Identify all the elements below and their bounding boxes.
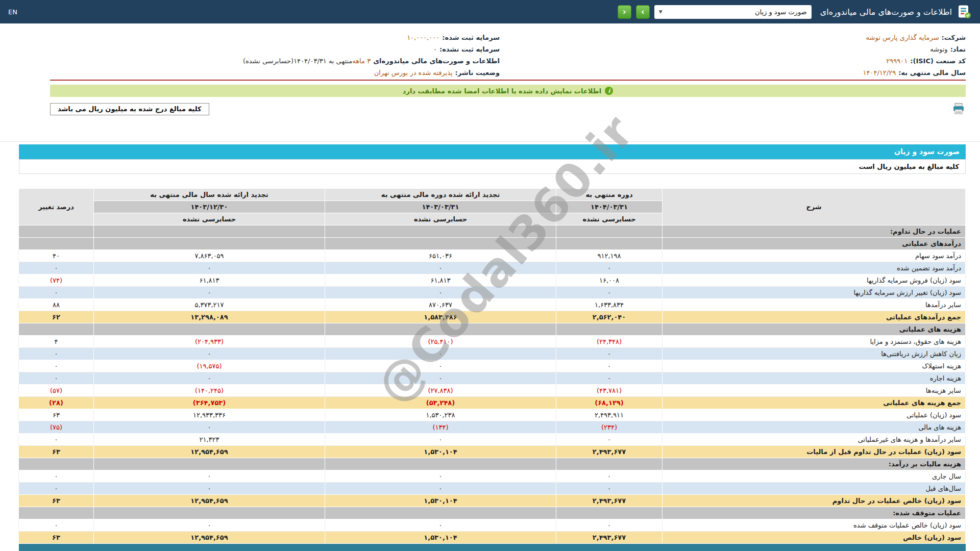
company-info-right-column: شرکت: سرمایه گذاری پارس توشه نماد: وتوشه… [500,32,966,79]
row-value: ۶۳ [19,409,94,421]
unregistered-capital-row: سرمایه ثبت نشده: ۰ [50,43,500,55]
table-row: جمع هزینه های عملیاتی(۶۸,۱۲۹)(۵۳,۲۴۸)(۳۶… [19,397,966,409]
info-label: سرمایه ثبت شده: [442,34,500,41]
row-value: ۰ [94,262,325,274]
info-label: وضعیت ناشر: [455,69,500,77]
table-row: هزینه های حقوق، دستمزد و مزایا(۲۴,۳۴۸)(۲… [19,336,966,348]
row-value: ۰ [556,262,663,274]
row-value [556,323,663,336]
col-description-header: شرح [663,189,966,226]
row-value: (۲۵,۴۱۰) [325,336,556,348]
row-value [325,238,556,250]
symbol-row: نماد: وتوشه [500,43,966,55]
row-value: ۰ [94,470,325,483]
table-row: زیان کاهش ارزش دریافتنی‌ها۰۰۰۰ [19,348,966,360]
row-value: ۰ [94,287,325,299]
row-value: ۰ [19,348,94,360]
row-label: سایر درآمدها و هزینه های غیرعملیاتی [663,434,966,446]
row-label: سود (زیان) فروش سرمایه گذاریها [663,274,966,287]
row-value: ۰ [19,483,94,495]
row-value: ۰ [556,470,663,483]
row-value: ۱,۵۳۰,۱۰۴ [325,532,556,544]
row-value: ۱۶,۰۰۸ [556,274,663,287]
registered-capital-row: سرمایه ثبت شده: ۱۰,۰۰۰,۰۰۰ [50,32,500,43]
row-label: هزینه اجاره [663,372,966,385]
row-value: ۰ [19,519,94,532]
row-value: (۲۴,۳۴۸) [556,336,663,348]
section-row: عملیات در حال تداوم: [19,226,966,238]
next-section-partial-bar [19,544,966,551]
row-value: ۰ [325,262,556,274]
row-value [94,458,325,470]
codal-logo-icon[interactable] [957,4,972,19]
row-value: ۰ [556,360,663,372]
row-value: ۰ [556,519,663,532]
units-row: کلیه مبالغ به میلیون ریال است [19,159,966,174]
row-value: ۱,۵۳۰,۱۰۴ [325,446,556,458]
row-value [94,238,325,250]
prev-report-button[interactable]: ‹ [618,5,631,19]
row-label: سال‌های قبل [663,483,966,495]
row-label: هزینه های عملیاتی [663,323,966,336]
row-value: (۱۴۰,۲۴۵) [94,385,325,397]
col-restated-period-audit: حسابرسی نشده [325,213,556,226]
row-label: هزینه های حقوق، دستمزد و مزایا [663,336,966,348]
row-value: ۲,۴۹۳,۶۷۷ [556,532,663,544]
col-restated-year-date: ۱۴۰۳/۱۲/۳۰ [94,201,325,213]
row-value: ۶۵۱,۰۳۶ [325,250,556,262]
statement-table: شرح دوره منتهی به تجدید ارائه شده دوره م… [18,188,966,544]
row-value: (۶۸,۱۲۹) [556,397,663,409]
chevron-left-icon: ‹ [623,7,626,17]
amounts-unit-note: کلیه مبالغ درج شده به میلیون ریال می باش… [50,103,209,115]
statement-table-body: عملیات در حال تداوم:درآمدهای عملیاتیدرآم… [19,226,966,544]
row-value: ۰ [325,372,556,385]
row-value [19,458,94,470]
section-row: هزینه مالیات بر درآمد: [19,458,966,470]
table-row: سود (زیان) عملیات در حال تداوم قبل از ما… [19,446,966,458]
row-value: (۱۹,۵۷۵) [94,360,325,372]
row-value [325,226,556,238]
row-value: ۰ [325,470,556,483]
row-value [325,507,556,519]
table-row: هزینه استهلاک۰۰(۱۹,۵۷۵)۰ [19,360,966,372]
row-value: (۲۸) [19,397,94,409]
language-toggle[interactable]: EN [8,8,17,16]
row-value: ۷,۸۶۳,۰۵۹ [94,250,325,262]
top-bar: اطلاعات و صورت‌های مالی میاندوره‌ای صورت… [0,0,980,23]
row-label: سود (زیان) خالص عملیات متوقف شده [663,519,966,532]
company-row: شرکت: سرمایه گذاری پارس توشه [500,32,966,43]
row-value: ۰ [94,372,325,385]
row-value: ۱۲,۹۵۴,۶۵۹ [94,495,325,507]
row-value: ۲,۴۹۳,۹۱۱ [556,409,663,421]
row-value: ۸۷۰,۶۳۷ [325,299,556,311]
row-value: (۵۷) [19,385,94,397]
col-restated-year-audit: حسابرسی نشده [94,213,325,226]
row-value: ۰ [19,470,94,483]
table-row: جمع درآمدهای عملیاتی۲,۵۶۲,۰۴۰۱,۵۸۳,۴۸۶۱۳… [19,311,966,323]
row-value: ۵,۳۷۳,۲۱۷ [94,299,325,311]
row-value: ۰ [94,483,325,495]
row-value: (۲۷,۸۳۸) [325,385,556,397]
row-value: ۱۲,۹۵۴,۶۵۹ [94,446,325,458]
print-icon[interactable] [951,102,966,116]
chevron-right-icon: › [641,7,645,17]
row-value: ۰ [94,519,325,532]
report-type-select[interactable]: صورت سود و زیان ▼ [654,5,812,19]
table-row: سود (زیان) خالص عملیات متوقف شده۰۰۰۰ [19,519,966,532]
table-row: درآمد سود تضمین شده۰۰۰۰ [19,262,966,274]
row-value [325,323,556,336]
row-label: سود (زیان) خالص عملیات در حال تداوم [663,495,966,507]
row-value: ۸۸ [19,299,94,311]
info-value: ۲۹۹۹۰۱ [886,57,908,65]
section-row: درآمدهای عملیاتی [19,238,966,250]
next-report-button[interactable]: › [636,5,650,19]
row-value: ۰ [325,360,556,372]
col-restated-period-date: ۱۴۰۳/۰۳/۳۱ [325,201,556,213]
period-suffix: منتهی به ۱۴۰۴/۰۳/۳۱(حسابرسی نشده) [243,57,352,65]
table-row: سال جاری۰۰۰۰ [19,470,966,483]
row-value [556,507,663,519]
col-current-period-audit: حسابرسی نشده [556,213,663,226]
row-value: (۲۳۴) [556,421,663,434]
row-value [94,226,325,238]
row-value: ۱,۵۳۰,۱۰۴ [325,495,556,507]
